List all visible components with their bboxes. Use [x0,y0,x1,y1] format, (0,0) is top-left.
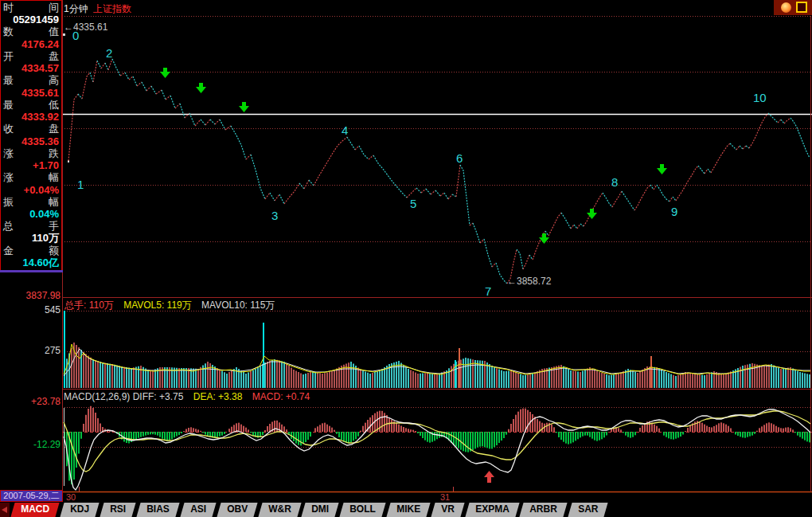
tab-expma-label: EXPMA [475,503,509,516]
sidebar-row-value: 14.60亿 [3,257,59,268]
high-price-annotation: ←4335.61 [64,22,107,33]
macd-pane-header: MACD(12,26,9) DIFF: +3.75 DEA: +3.38 MAC… [64,391,317,402]
quote-sidebar-rows: 时间05291459数值4176.24开盘4334.57最高4335.61最低4… [2,2,61,269]
sidebar-divider [0,270,63,272]
sidebar-row-label: 最低 [3,100,59,111]
main-axis-bottom-label: 3837.98 [0,291,61,301]
tab-sar-label: SAR [578,503,598,516]
tab-kdj-label: KDJ [70,503,89,516]
sidebar-row-label: 收盘 [3,123,59,135]
sidebar-row-label: 最高 [3,75,59,86]
symbol-label[interactable]: 上证指数 [93,2,131,16]
tab-expma[interactable]: EXPMA [465,503,519,517]
sidebar-row-value: +1.70 [3,160,59,171]
tab-rsi-label: RSI [110,503,126,516]
app-window: 1分钟 上证指数 时间05291459数值4176.24开盘4334.57最高4… [0,0,812,517]
tab-obv-label: OBV [227,503,248,516]
tab-dmi-label: DMI [312,503,330,516]
sidebar-row-label: 涨跌 [3,148,59,159]
volume-axis-top-label: 545 [0,305,61,315]
titlebar-icon-panel [774,0,812,15]
wave-number-0: 0 [72,29,79,41]
window-restore-icon[interactable] [796,2,807,13]
tab-wr[interactable]: W&R [258,503,301,517]
sidebar-row-value: 4335.61 [3,88,59,99]
sidebar-row-label: 数值 [3,26,59,37]
tab-arbr[interactable]: ARBR [520,503,568,517]
macd-dea-label: DEA: +3.38 [193,391,243,402]
sidebar-row-value: 4335.36 [3,136,59,147]
app-logo-sun-icon[interactable] [781,2,791,13]
tab-rsi[interactable]: RSI [100,503,135,517]
mavol10-label: MAVOL10: 115万 [201,300,275,311]
time-axis-label-30: 30 [66,493,76,502]
tab-asi-label: ASI [190,503,206,516]
tabbar-scroll-left-icon[interactable] [2,507,7,513]
tab-mike-label: MIKE [396,503,420,516]
sidebar-row-value: 4334.57 [3,63,59,74]
tab-arbr-label: ARBR [530,503,558,516]
tab-asi[interactable]: ASI [180,503,216,517]
timeframe-label[interactable]: 1分钟 [64,2,88,16]
sidebar-row-label: 时间 [3,2,59,14]
sidebar-row-label: 开盘 [3,51,59,62]
time-axis-tick [453,487,454,492]
chart-canvas[interactable] [0,0,812,517]
wave-number-4: 4 [342,124,348,136]
sidebar-row-value: 0.04% [3,209,59,220]
tab-kdj[interactable]: KDJ [60,503,99,517]
wave-number-2: 2 [106,47,112,59]
tab-sar[interactable]: SAR [568,503,609,517]
volume-pane-header: 总手: 110万 MAVOL5: 119万 MAVOL10: 115万 [64,300,282,311]
volume-axis-mid-label: 275 [0,346,61,356]
date-box: 2007-05-29,二 [0,490,63,502]
tab-vr[interactable]: VR [431,503,464,517]
time-axis-label-31: 31 [440,493,450,502]
sidebar-row-label: 金额 [3,245,59,257]
time-axis-tick [79,487,80,492]
sidebar-row-value: 05291459 [3,14,59,25]
wave-number-6: 6 [456,152,463,164]
tab-bias-label: BIAS [146,503,170,516]
volume-total-label: 总手: 110万 [64,300,114,311]
wave-number-7: 7 [485,285,491,297]
sidebar-row-label: 振幅 [3,197,59,208]
tab-mike[interactable]: MIKE [386,503,430,517]
macd-axis-top-label: +23.78 [0,397,61,407]
wave-number-9: 9 [671,206,677,217]
sidebar-row-value: +0.04% [3,185,59,196]
sidebar-row-value: 110万 [3,233,59,244]
sidebar-row-label: 涨幅 [3,172,59,183]
macd-value-label: MACD: +0.74 [252,391,310,402]
wave-number-1: 1 [77,178,84,190]
sidebar-row-label: 总手 [3,221,59,232]
macd-diff-label: MACD(12,26,9) DIFF: +3.75 [64,391,183,402]
sidebar-row-value: 4333.92 [3,112,59,123]
sidebar-row-value: 4176.24 [3,39,59,50]
wave-number-5: 5 [410,198,416,210]
low-price-annotation: ←3858.72 [507,276,551,287]
wave-number-8: 8 [611,176,618,188]
mavol5-label: MAVOL5: 119万 [123,300,192,311]
tab-dmi[interactable]: DMI [302,503,339,517]
wave-number-10: 10 [753,92,767,104]
indicator-tabs: MACDKDJRSIBIASASIOBVW&RDMIBOLLMIKEVREXPM… [13,503,606,517]
tab-bias[interactable]: BIAS [136,503,179,517]
tab-boll[interactable]: BOLL [340,503,386,517]
tab-wr-label: W&R [268,503,291,516]
tab-obv[interactable]: OBV [217,503,257,517]
wave-number-3: 3 [271,210,278,221]
quote-sidebar: 时间05291459数值4176.24开盘4334.57最高4335.61最低4… [0,0,62,271]
tab-boll-label: BOLL [350,503,377,516]
tab-macd[interactable]: MACD [10,503,59,517]
indicator-tabbar: MACDKDJRSIBIASASIOBVW&RDMIBOLLMIKEVREXPM… [0,503,812,517]
macd-axis-low-label: -12.29 [0,440,61,450]
tab-macd-label: MACD [21,503,49,516]
tab-vr-label: VR [441,503,455,516]
